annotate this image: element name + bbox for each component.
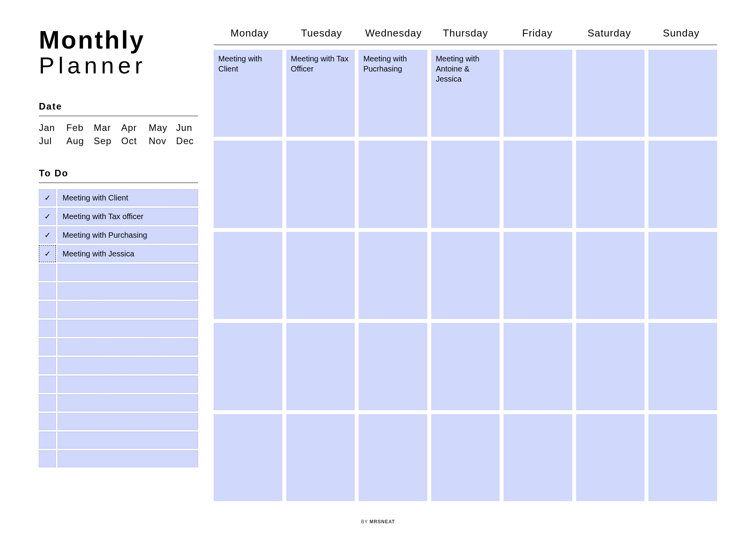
- todo-checkbox[interactable]: [39, 450, 56, 467]
- title-line-2: Planner: [39, 53, 198, 78]
- todo-checkbox[interactable]: [39, 264, 56, 281]
- todo-text[interactable]: [57, 338, 198, 355]
- todo-checkbox[interactable]: [39, 282, 56, 300]
- day-header: Thursday: [429, 27, 501, 39]
- todo-text[interactable]: [57, 301, 198, 318]
- calendar-cell[interactable]: [576, 414, 645, 501]
- todo-text[interactable]: Meeting with Client: [57, 189, 198, 206]
- calendar-cell[interactable]: [648, 414, 717, 501]
- todo-row: ✓Meeting with Client: [39, 189, 198, 206]
- calendar-cell[interactable]: [503, 141, 572, 228]
- todo-row: [39, 264, 198, 281]
- todo-checkbox[interactable]: ✓: [39, 208, 56, 225]
- month-may[interactable]: May: [149, 122, 171, 133]
- todo-text[interactable]: [57, 413, 198, 430]
- todo-row: [39, 320, 198, 337]
- calendar-cell[interactable]: [503, 50, 572, 137]
- todo-checkbox[interactable]: [39, 413, 56, 430]
- todo-text[interactable]: [57, 264, 198, 281]
- calendar-cell[interactable]: [359, 141, 427, 228]
- sidebar: Monthly Planner Date JanFebMarAprMayJunJ…: [39, 27, 198, 501]
- calendar-cell[interactable]: [214, 141, 282, 228]
- todo-list: ✓Meeting with Client✓Meeting with Tax of…: [39, 189, 198, 467]
- calendar: MondayTuesdayWednesdayThursdayFridaySatu…: [214, 27, 717, 501]
- todo-text[interactable]: [57, 282, 198, 300]
- todo-text[interactable]: Meeting with Purchasing: [57, 226, 198, 244]
- month-oct[interactable]: Oct: [121, 136, 143, 146]
- todo-row: [39, 432, 198, 449]
- calendar-cell[interactable]: [431, 141, 500, 228]
- todo-checkbox[interactable]: ✓: [39, 226, 56, 244]
- todo-text[interactable]: [57, 450, 198, 467]
- calendar-cell[interactable]: [648, 50, 717, 137]
- month-dec[interactable]: Dec: [176, 136, 198, 146]
- calendar-cell[interactable]: [359, 232, 427, 319]
- calendar-cell[interactable]: [214, 323, 282, 410]
- calendar-cell[interactable]: [431, 323, 500, 410]
- todo-text[interactable]: [57, 432, 198, 449]
- calendar-cell[interactable]: [576, 323, 645, 410]
- todo-checkbox[interactable]: [39, 376, 56, 393]
- day-headers: MondayTuesdayWednesdayThursdayFridaySatu…: [214, 27, 717, 45]
- calendar-cell[interactable]: [431, 414, 500, 501]
- calendar-cell[interactable]: [576, 141, 645, 228]
- calendar-cell[interactable]: [503, 232, 572, 319]
- calendar-cell[interactable]: [214, 232, 282, 319]
- month-nov[interactable]: Nov: [149, 136, 171, 146]
- day-header: Saturday: [573, 27, 645, 39]
- todo-row: ✓Meeting with Jessica: [39, 245, 198, 262]
- todo-checkbox[interactable]: [39, 432, 56, 449]
- calendar-cell[interactable]: [648, 232, 717, 319]
- calendar-cell[interactable]: Meeting with Client: [214, 50, 282, 137]
- calendar-cell[interactable]: [286, 414, 355, 501]
- todo-text[interactable]: Meeting with Tax officer: [57, 208, 198, 225]
- calendar-cell[interactable]: [503, 414, 572, 501]
- todo-row: [39, 301, 198, 318]
- month-jun[interactable]: Jun: [176, 122, 198, 133]
- todo-checkbox[interactable]: ✓: [39, 189, 56, 206]
- todo-checkbox[interactable]: [39, 301, 56, 318]
- todo-text[interactable]: [57, 320, 198, 337]
- calendar-cell[interactable]: Meeting with Tax Officer: [286, 50, 355, 137]
- calendar-cell[interactable]: [431, 232, 500, 319]
- todo-row: [39, 413, 198, 430]
- date-label: Date: [39, 101, 198, 116]
- month-jan[interactable]: Jan: [39, 122, 61, 133]
- calendar-cell[interactable]: [286, 141, 355, 228]
- calendar-cell[interactable]: [286, 323, 355, 410]
- todo-row: [39, 282, 198, 300]
- calendar-cell[interactable]: [359, 414, 427, 501]
- day-header: Tuesday: [286, 27, 357, 39]
- day-header: Monday: [214, 27, 286, 39]
- todo-row: ✓Meeting with Tax officer: [39, 208, 198, 225]
- month-sep[interactable]: Sep: [94, 136, 116, 146]
- todo-text[interactable]: [57, 376, 198, 393]
- calendar-cell[interactable]: Meeting with Antoine & Jessica: [431, 50, 500, 137]
- calendar-cell[interactable]: [576, 232, 645, 319]
- month-apr[interactable]: Apr: [121, 122, 143, 133]
- todo-checkbox[interactable]: [39, 394, 56, 411]
- todo-text[interactable]: Meeting with Jessica: [57, 245, 198, 262]
- month-jul[interactable]: Jul: [39, 136, 61, 146]
- todo-checkbox[interactable]: [39, 357, 56, 374]
- todo-checkbox[interactable]: [39, 338, 56, 355]
- month-picker: JanFebMarAprMayJunJulAugSepOctNovDec: [39, 122, 198, 146]
- footer: BY MRSNEAT: [0, 519, 756, 524]
- day-header: Sunday: [645, 27, 717, 39]
- calendar-cell[interactable]: [648, 323, 717, 410]
- calendar-cell[interactable]: [503, 323, 572, 410]
- calendar-cell[interactable]: [576, 50, 645, 137]
- calendar-cell[interactable]: [359, 323, 427, 410]
- calendar-cell[interactable]: [214, 414, 282, 501]
- todo-row: [39, 357, 198, 374]
- calendar-cell[interactable]: [286, 232, 355, 319]
- calendar-cell[interactable]: Meeting with Pucrhasing: [359, 50, 427, 137]
- calendar-cell[interactable]: [648, 141, 717, 228]
- todo-checkbox[interactable]: [39, 320, 56, 337]
- todo-checkbox[interactable]: ✓: [39, 245, 56, 262]
- todo-text[interactable]: [57, 394, 198, 411]
- month-mar[interactable]: Mar: [94, 122, 116, 133]
- month-feb[interactable]: Feb: [66, 122, 89, 133]
- todo-text[interactable]: [57, 357, 198, 374]
- month-aug[interactable]: Aug: [66, 136, 89, 146]
